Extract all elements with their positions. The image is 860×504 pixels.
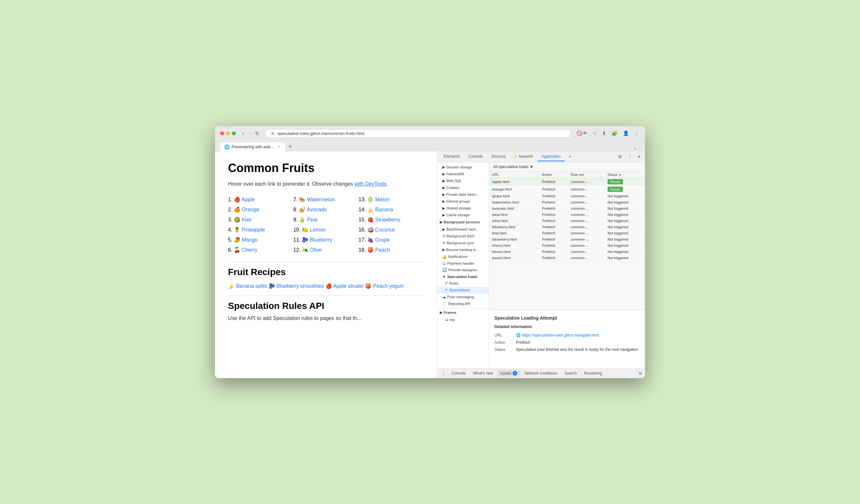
devtools-more-button[interactable]: ⋮ [626,154,633,160]
bottom-tab-rendering[interactable]: Rendering [581,370,605,377]
table-row[interactable]: /kiwi.html Prefetch common-… Not trigger… [489,230,645,236]
forward-button[interactable]: › [247,130,252,137]
table-row[interactable]: /apple.html Prefetch common-… Ready [489,178,645,185]
fruit-link[interactable]: Pear [307,217,318,222]
fruit-link[interactable]: Apple [241,197,255,202]
extension-icon[interactable]: 🧩 [611,130,618,137]
devtools-link[interactable]: with DevTools [355,181,387,187]
sidebar-item-notifications[interactable]: 🔔 Notifications [437,253,489,260]
sidebar-item-top-frame[interactable]: 🗂 top [437,316,489,323]
fruit-link[interactable]: Orange [242,207,259,212]
sidebar-item-indexeddb[interactable]: ▶ IndexedDB [437,171,489,177]
bottom-tab-search[interactable]: Search [561,370,580,377]
fruit-link[interactable]: Coconut [375,227,395,232]
table-row[interactable]: /lemon.html Prefetch common-… Not trigge… [489,248,645,255]
cell-url: /pear.html [489,211,540,217]
fruit-link[interactable]: Peach [375,247,390,253]
fruit-link[interactable]: Grape [375,237,389,243]
active-tab[interactable]: 🌐 Prerendering with web-vitals... ✕ [220,142,285,152]
sidebar-item-reporting-api[interactable]: 📄 Reporting API [437,300,489,307]
sidebar-item-shared-storage[interactable]: ▶ Shared storage [437,205,489,212]
table-row[interactable]: /watermelon.html Prefetch common-… Not t… [489,199,645,205]
sidebar-item-interest-groups[interactable]: ▶ Interest groups [437,198,489,205]
table-row[interactable]: /strawberry.html Prefetch common-… Not t… [489,236,645,242]
speculative-loads-table: URL Action Rule set Status ▼ /apple.html… [489,171,645,261]
sidebar-frames-header[interactable]: ▶ Frames [437,308,489,316]
fruit-link[interactable]: Cherry [242,247,257,253]
reload-button[interactable]: ↻ [254,130,260,137]
back-button[interactable]: ‹ [241,130,245,137]
sidebar-item-websql[interactable]: ▶ Web SQL [437,177,489,184]
profile-icon[interactable]: 👤 [622,130,630,137]
bottom-tab-console[interactable]: Console [448,370,469,377]
sidebar-item-session-storage[interactable]: ▶ Session storage [437,164,489,171]
minimize-button[interactable] [226,131,230,135]
speculative-loads-header: All speculative loads ▼ [489,162,645,171]
sidebar-item-private-state[interactable]: ▶ Private state token… [437,191,489,198]
fruit-link[interactable]: Mango [242,237,258,243]
fruit-number: 18. [358,247,366,253]
fruit-link[interactable]: Lemon [310,227,326,232]
fruit-link[interactable]: Avocado [307,207,327,212]
table-row[interactable]: /cherry.html Prefetch common-… Not trigg… [489,242,645,248]
fruit-link[interactable]: Banana [375,207,393,212]
fruit-link[interactable]: Watermelon [307,197,335,202]
sidebar-item-rules[interactable]: ↱ Rules [437,280,489,287]
table-row[interactable]: /avocado.html Prefetch common-… Not trig… [489,205,645,211]
fruit-link[interactable]: Olive [310,247,322,253]
bottom-tab-issues[interactable]: Issues ✕ [497,370,521,377]
table-row[interactable]: /grape.html Prefetch common-… Not trigge… [489,193,645,199]
bottom-tab-network-conditions[interactable]: Network conditions [521,370,560,377]
tab-sources[interactable]: Sources [487,152,510,161]
sidebar-item-payment[interactable]: 🗂 Payment handler [437,260,489,267]
star-icon[interactable]: ☆ [592,130,598,137]
table-row[interactable]: /olive.html Prefetch common-… Not trigge… [489,217,645,224]
tab-network[interactable]: ⚠ Network [510,152,537,161]
sidebar-item-bounce[interactable]: ▶ Bounce tracking m… [437,246,489,253]
tab-more[interactable]: » [565,152,575,161]
sidebar-item-speculative-loads[interactable]: ▼ Speculative loads [437,273,489,280]
recipe-link[interactable]: 🍌 Banana splits [228,283,267,289]
all-speculative-filter[interactable]: All speculative loads ▼ [493,164,533,169]
address-bar[interactable]: ⊕ speculative-rules.glitch.me/common-fru… [266,129,571,138]
fruit-link[interactable]: Blueberry [310,237,332,243]
sidebar-item-periodic-bg[interactable]: 🔄 Periodic backgrou… [437,267,489,273]
sidebar-item-push-messaging[interactable]: ☁ Push messaging [437,293,489,300]
table-row[interactable]: /blueberry.html Prefetch common-… Not tr… [489,224,645,230]
sidebar-item-bg-fetch[interactable]: ↺ Background fetch [437,233,489,240]
tab-close-button[interactable]: ✕ [277,145,281,149]
eye-off-icon[interactable]: 🚫👁 [576,130,588,137]
table-row[interactable]: /pear.html Prefetch common-… Not trigger… [489,211,645,217]
sidebar-item-bg-sync[interactable]: ↺ Background sync [437,240,489,246]
expand-icon: ▶ [442,172,445,176]
fruit-link[interactable]: Melon [375,197,389,202]
new-tab-button[interactable]: + [286,142,295,152]
sidebar-item-bf-cache[interactable]: ▶ Back/forward cach… [437,226,489,233]
fruit-link[interactable]: Pineapple [242,227,265,232]
fruit-link[interactable]: Kiwi [242,217,251,222]
close-button[interactable] [220,131,224,135]
more-icon[interactable]: ⋮ [634,130,640,137]
download-icon[interactable]: ⬇ [601,130,607,137]
tab-elements[interactable]: Elements [440,152,464,161]
recipe-link[interactable]: 🍑 Peach yogurt [365,283,404,289]
detail-url-link[interactable]: https://speculative-rules.glitch.me/appl… [522,333,599,337]
bottom-bar-close-button[interactable]: ✕ [638,370,642,376]
tab-dropdown-button[interactable]: ⌄ [631,144,640,152]
bottom-bar-more-button[interactable]: ⋮ [440,370,447,377]
sidebar-item-cache-storage[interactable]: ▶ Cache storage [437,212,489,218]
fruit-link[interactable]: Strawberry [375,217,400,222]
tab-console[interactable]: Console [464,152,487,161]
table-row[interactable]: /peach.html Prefetch common-… Not trigge… [489,255,645,261]
devtools-settings-button[interactable]: ⚙ [617,154,624,160]
sidebar-item-speculations[interactable]: ↱ Speculations [437,287,489,293]
bottom-tab-whats-new[interactable]: What's new [470,370,496,377]
tab-application[interactable]: Application [538,152,565,161]
sidebar-group-background[interactable]: ▶ Background services [437,218,489,226]
recipe-link[interactable]: 🍎 Apple strudel [326,283,364,289]
maximize-button[interactable] [232,131,236,135]
table-row[interactable]: /orange.html Prefetch common-… Ready [489,185,645,193]
devtools-close-button[interactable]: ✕ [636,154,642,160]
recipe-link[interactable]: 🫐 Blueberry smoothies [269,283,324,289]
sidebar-item-cookies[interactable]: ▶ Cookies [437,184,489,191]
